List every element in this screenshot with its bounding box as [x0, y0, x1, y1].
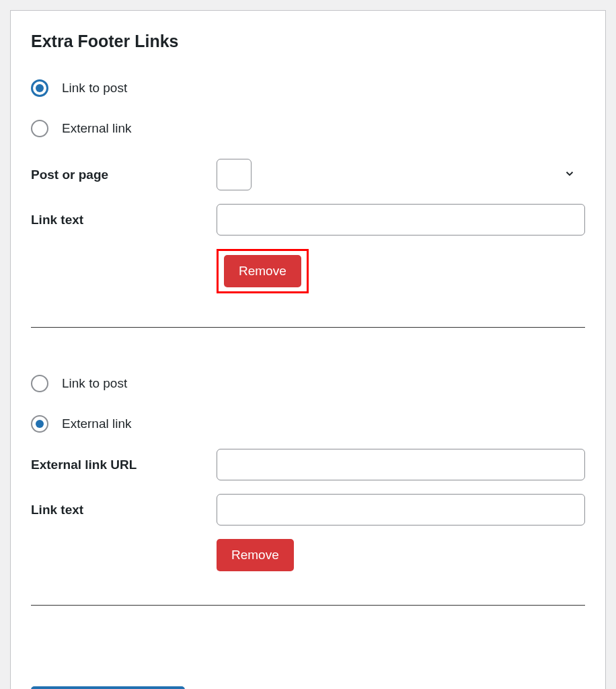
field-label: Link text — [31, 213, 217, 227]
section-title: Extra Footer Links — [31, 32, 585, 51]
radio-icon — [31, 415, 48, 433]
field-row-link-text: Link text — [31, 494, 585, 525]
radio-row-link-to-post[interactable]: Link to post — [31, 375, 585, 392]
divider — [31, 605, 585, 606]
radio-label: External link — [62, 416, 132, 431]
radio-row-external-link[interactable]: External link — [31, 415, 585, 433]
field-row-external-link-url: External link URL — [31, 449, 585, 480]
radio-label: Link to post — [62, 81, 127, 96]
divider — [31, 327, 585, 328]
radio-icon — [31, 120, 48, 137]
radio-label: External link — [62, 121, 132, 136]
link-type-radio-group: Link to post External link — [31, 79, 585, 137]
field-label: Link text — [31, 503, 217, 517]
external-url-input[interactable] — [217, 449, 585, 480]
field-row-link-text: Link text — [31, 204, 585, 235]
extra-footer-links-panel: Extra Footer Links Link to post External… — [10, 10, 606, 689]
radio-label: Link to post — [62, 376, 127, 391]
post-or-page-select-wrapper — [217, 159, 585, 190]
footer-link-block-2: Link to post External link External link… — [31, 375, 585, 571]
radio-icon — [31, 375, 48, 392]
footer-link-block-1: Link to post External link Post or page … — [31, 79, 585, 293]
radio-icon — [31, 79, 48, 97]
remove-button-row: Remove — [31, 249, 585, 293]
link-text-input[interactable] — [217, 204, 585, 235]
add-another-extra-link-button[interactable]: Add another extra link — [31, 686, 185, 689]
link-text-input[interactable] — [217, 494, 585, 525]
field-label: External link URL — [31, 458, 217, 472]
radio-row-link-to-post[interactable]: Link to post — [31, 79, 585, 97]
remove-button[interactable]: Remove — [224, 255, 301, 287]
radio-row-external-link[interactable]: External link — [31, 120, 585, 137]
link-type-radio-group: Link to post External link — [31, 375, 585, 433]
field-label: Post or page — [31, 168, 217, 182]
field-row-post-or-page: Post or page — [31, 159, 585, 190]
post-or-page-select[interactable] — [217, 159, 252, 190]
chevron-down-icon — [564, 168, 576, 182]
remove-button[interactable]: Remove — [217, 539, 294, 571]
remove-button-row: Remove — [31, 539, 585, 571]
highlight-box: Remove — [217, 249, 309, 293]
